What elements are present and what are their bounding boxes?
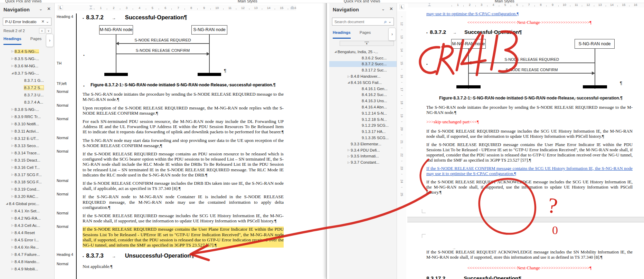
heading-8-3-7-3[interactable]: ▪ 8.3.7.3 → Unsuccessful·Operation¶ <box>83 252 284 261</box>
expander-icon[interactable]: ▷ <box>10 224 15 227</box>
search-dropdown-icon[interactable]: ⌄ <box>45 19 50 24</box>
right-document-area[interactable]: → may·use·it·to·optimise·the·S-CPAC·conf… <box>408 10 644 279</box>
heading-8-3-7-2[interactable]: ▪ 8.3.7.2 → Successful·Operation¶ <box>83 13 284 22</box>
paragraph-highlighted[interactable]: If the S-NODE RELEASE REQUIRED message c… <box>83 227 284 248</box>
paragraph[interactable]: If the S-NODE RELEASE REQUIRED message c… <box>426 142 633 163</box>
expander-icon[interactable]: ▷ <box>10 195 15 198</box>
expander-icon[interactable]: ▷ <box>10 180 15 183</box>
clear-search-icon[interactable]: ✕ <box>41 19 45 24</box>
heading-tree-item[interactable]: ▷ 8.4.9 Mobili... <box>0 265 54 272</box>
expander-icon[interactable]: ▷ <box>10 50 15 53</box>
search-icon[interactable]: ⌕ <box>383 20 387 23</box>
left-nav-search-box[interactable]: ✕ ⌄ <box>3 18 51 26</box>
heading-tree-item[interactable]: ▷ 9.3.5 Informati... <box>329 153 397 160</box>
heading-tree-item[interactable]: ▷ 8.4.2 NG-RA... <box>0 214 54 222</box>
figure-caption[interactable]: ▪ Figure·8.3.7.2-1:·S-NG-RAN·node·initia… <box>83 80 284 88</box>
close-icon[interactable]: ✕ <box>47 6 51 11</box>
heading-tree-item[interactable]: ◢ 8.3.7 S-NG-... <box>0 69 54 77</box>
heading-tree-item[interactable]: 8.3.7.2 Succ... <box>329 61 397 67</box>
paragraph[interactable]: If the S-NODE RELEASE CONFIRM message in… <box>83 181 284 191</box>
paragraph[interactable]: The S-NG-RAN node may start data forward… <box>83 138 284 148</box>
tab-selector[interactable]: L <box>399 4 404 9</box>
tab-headings[interactable]: Headings <box>3 37 21 45</box>
style-label[interactable]: TF,left <box>56 80 76 88</box>
heading-tree-item[interactable]: 8.3.6.2 Succ... <box>329 55 397 61</box>
style-label[interactable]: Normal <box>56 116 76 135</box>
search-dropdown-icon[interactable]: ⌄ <box>388 19 392 24</box>
paragraph[interactable]: Not applicable.¶ <box>83 264 284 269</box>
heading-tree-item[interactable]: ▷ 8.4.4 Reset <box>0 229 54 236</box>
paragraph[interactable]: The S-NG-RAN node initiates the procedur… <box>426 105 633 115</box>
more-tabs-button[interactable]: › <box>388 28 396 41</box>
figure-caption[interactable]: Figure·8.3.7.2-1:·S-NG-RAN·node·initiate… <box>439 96 633 101</box>
close-icon[interactable]: ✕ <box>389 6 393 11</box>
node-box-s-ng-ran[interactable]: S-NG-RAN node <box>191 25 227 35</box>
expander-icon[interactable]: ▷ <box>10 57 15 60</box>
hanging-indent-marker[interactable] <box>428 4 431 6</box>
tab-selector[interactable]: L <box>58 5 63 10</box>
heading-8-3-17-2[interactable]: 8.3.17.2 → Successful·Operation¶ <box>426 276 633 279</box>
style-label[interactable]: Normal <box>56 135 76 148</box>
heading-tree-item[interactable]: ▷ 8.4.5 Error I... <box>0 236 54 243</box>
heading-tree-item[interactable]: ▷ 8.3.17 SCG F... <box>0 171 54 178</box>
heading-tree-item[interactable]: 9.3.3 Elementar... <box>329 141 397 147</box>
paragraph[interactable]: If the S-NODE RELEASE REQUEST ACKNOWLEDG… <box>426 180 633 195</box>
expander-icon[interactable]: ▷ <box>10 217 15 220</box>
heading-tree-item[interactable]: ▷ 8.4.1 Xn Set... <box>0 207 54 214</box>
heading-tree-item[interactable]: ▷ 9.3.4 PDU Defi... <box>329 147 397 153</box>
expander-icon[interactable]: ◢ <box>333 50 338 53</box>
expander-icon[interactable]: ▷ <box>10 246 15 249</box>
heading-tree-item[interactable]: ▷ 8.3.4 S-NG-... <box>0 48 54 55</box>
heading-8-3-7-2[interactable]: ▪ 8.3.7.2 → Successful·Operation¶ <box>426 29 633 36</box>
expander-icon[interactable]: ▷ <box>10 166 15 169</box>
style-label[interactable]: Normal <box>56 223 76 248</box>
heading-tree-item[interactable]: 8.4.16.3 Uns... <box>329 98 397 104</box>
paragraph[interactable]: If the S-NODE RELEASE REQUIRED message c… <box>83 151 284 177</box>
node-box-s-ng-ran[interactable]: S-NG-RAN node <box>575 39 615 49</box>
paragraph[interactable]: If the S-NODE RELEASE REQUEST ACKNOWLEDG… <box>426 250 633 260</box>
heading-tree-item[interactable]: 8.4.16.2 Suc... <box>329 92 397 98</box>
heading-tree-item[interactable]: 8.3.17.2 Suc... <box>329 67 397 73</box>
style-label[interactable]: Heading 4 <box>56 13 76 22</box>
search-input[interactable] <box>4 19 41 24</box>
heading-tree-item[interactable]: ▷ 8.3.8 S-NG-... <box>0 106 54 113</box>
heading-tree-item[interactable]: ▷ 8.4.6 Xn Re... <box>0 243 54 251</box>
paragraph[interactable]: For each SN-terminated PDU session resou… <box>83 119 284 135</box>
heading-tree-item[interactable]: ▷ 8.3.13 Seco... <box>0 142 54 149</box>
chevron-down-icon[interactable]: ⌄ <box>381 7 385 11</box>
heading-tree-item[interactable]: ▷ 8.4.8 Hando... <box>0 258 54 265</box>
heading-tree-item[interactable]: 8.3.7.2 S... <box>0 84 54 91</box>
expander-icon[interactable]: ▷ <box>10 253 15 256</box>
right-nav-search-box[interactable]: ⌕ ⌄ <box>332 18 394 26</box>
expander-icon[interactable]: ▷ <box>347 75 351 78</box>
next-change-separator[interactable]: <<<<<<<<<<<<<<<<<<<<·Next·Change·>>>>>>>… <box>426 20 633 25</box>
expander-icon[interactable]: ▷ <box>10 122 15 125</box>
style-label[interactable]: Heading 4 <box>56 248 76 261</box>
expander-icon[interactable]: ▷ <box>10 260 15 263</box>
style-label[interactable]: Normal <box>56 148 76 177</box>
paragraph[interactable]: The S-NG-RAN node initiates the procedur… <box>83 92 284 102</box>
expander-icon[interactable]: ◢ <box>10 71 15 75</box>
expander-icon[interactable]: ▷ <box>10 64 15 67</box>
inserted-text-tail[interactable]: may·use·it·to·optimise·the·S-CPAC·config… <box>426 11 633 17</box>
more-tabs-button[interactable]: › <box>46 34 54 47</box>
heading-tree-item[interactable]: 9.1.2.14 S-N... <box>329 110 397 116</box>
heading-tree-item[interactable]: ◢ Bengaluru, India, 25 -... <box>329 49 397 55</box>
heading-tree-item[interactable]: ▷ 8.3.19 Cond... <box>0 185 54 193</box>
style-label[interactable]: Normal <box>56 88 76 102</box>
heading-tree-item[interactable]: ▷ 8.3.10 Notifi... <box>0 120 54 127</box>
style-label[interactable]: Normal <box>56 177 76 191</box>
heading-tree-item[interactable]: ▷ 8.3.5 S-NG-... <box>0 55 54 62</box>
expander-icon[interactable]: ▷ <box>10 115 15 118</box>
skip-unchanged-note[interactable]: >>>skip·unchanged·part<<<¶ <box>426 119 633 125</box>
style-label[interactable]: TH <box>56 22 76 80</box>
heading-tree-item[interactable]: 9.1.3.17 HA... <box>329 128 397 135</box>
node-box-m-ng-ran[interactable]: M-NG-RAN node <box>99 25 133 35</box>
expander-icon[interactable]: ▷ <box>347 148 351 152</box>
paragraph[interactable]: If the S-NODE RELEASE REQUIRED message i… <box>426 129 633 139</box>
heading-tree-item[interactable]: 8.3.7.4 A... <box>0 98 54 106</box>
first-line-indent-marker[interactable] <box>89 6 93 7</box>
heading-tree-item[interactable]: ▷ 8.3.12 E-UT... <box>0 135 54 142</box>
paragraph[interactable]: If the S-NG-RAN node to M-NG-RAN node Co… <box>83 194 284 210</box>
expander-icon[interactable]: ◢ <box>5 202 9 205</box>
